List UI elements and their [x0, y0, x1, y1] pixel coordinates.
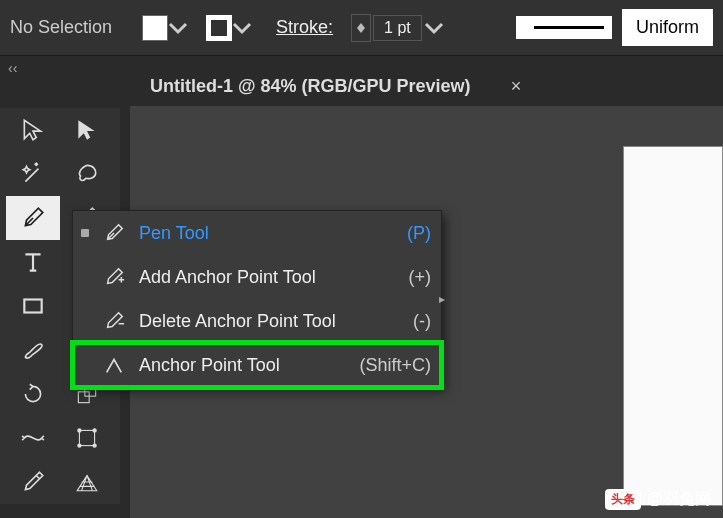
flyout-item-delete-anchor[interactable]: Delete Anchor Point Tool (-) — [73, 299, 441, 343]
chevron-down-icon[interactable] — [424, 14, 444, 42]
watermark: 头条 @羽兔网 — [605, 489, 711, 510]
stroke-swatch-box — [206, 15, 232, 41]
flyout-label: Add Anchor Point Tool — [139, 267, 397, 288]
selection-tool[interactable] — [6, 108, 60, 152]
fill-swatch-box — [142, 15, 168, 41]
stroke-label[interactable]: Stroke: — [276, 17, 333, 38]
svg-rect-5 — [79, 430, 94, 445]
rotate-tool[interactable] — [6, 372, 60, 416]
stroke-width-value[interactable]: 1 pt — [373, 15, 422, 41]
anchor-convert-icon — [101, 354, 127, 376]
perspective-grid-tool[interactable] — [60, 460, 114, 504]
flyout-label: Delete Anchor Point Tool — [139, 311, 401, 332]
eyedropper-tool[interactable] — [6, 460, 60, 504]
stroke-color-picker[interactable] — [206, 14, 252, 42]
stroke-profile-preview[interactable] — [516, 16, 612, 39]
flyout-tearoff-icon[interactable]: ▸ — [439, 292, 445, 306]
artboard[interactable] — [623, 146, 723, 506]
stroke-width-spinner[interactable] — [351, 14, 371, 42]
chevron-down-icon[interactable] — [168, 14, 188, 42]
collapse-panel-icon[interactable]: ‹‹ — [4, 56, 21, 80]
chevron-down-icon[interactable] — [232, 14, 252, 42]
selection-status: No Selection — [10, 17, 112, 38]
stroke-profile-label[interactable]: Uniform — [622, 9, 713, 46]
watermark-text: @羽兔网 — [647, 489, 711, 510]
width-tool[interactable] — [6, 416, 60, 460]
svg-rect-3 — [78, 392, 89, 403]
fill-color-picker[interactable] — [142, 14, 188, 42]
rectangle-tool[interactable] — [6, 284, 60, 328]
lasso-tool[interactable] — [60, 152, 114, 196]
pen-tool[interactable] — [6, 196, 60, 240]
svg-point-6 — [77, 428, 81, 432]
free-transform-tool[interactable] — [60, 416, 114, 460]
selected-dot-icon — [81, 229, 89, 237]
flyout-item-add-anchor[interactable]: Add Anchor Point Tool (+) — [73, 255, 441, 299]
pen-tool-flyout: Pen Tool (P) Add Anchor Point Tool (+) D… — [72, 210, 442, 388]
pen-plus-icon — [101, 266, 127, 288]
close-tab-icon[interactable]: × — [511, 76, 522, 97]
flyout-shortcut: (+) — [409, 267, 432, 288]
pen-icon — [101, 222, 127, 244]
svg-point-9 — [92, 443, 96, 447]
flyout-item-pen[interactable]: Pen Tool (P) — [73, 211, 441, 255]
flyout-shortcut: (P) — [407, 223, 431, 244]
pen-minus-icon — [101, 310, 127, 332]
flyout-shortcut: (-) — [413, 311, 431, 332]
svg-point-7 — [92, 428, 96, 432]
flyout-label: Anchor Point Tool — [139, 355, 347, 376]
flyout-shortcut: (Shift+C) — [359, 355, 431, 376]
direct-selection-tool[interactable] — [60, 108, 114, 152]
type-tool[interactable] — [6, 240, 60, 284]
paintbrush-tool[interactable] — [6, 328, 60, 372]
magic-wand-tool[interactable] — [6, 152, 60, 196]
svg-rect-0 — [24, 300, 41, 313]
document-tab[interactable]: Untitled-1 @ 84% (RGB/GPU Preview) — [130, 66, 491, 107]
watermark-badge: 头条 — [605, 489, 641, 510]
svg-point-8 — [77, 443, 81, 447]
flyout-item-anchor-convert[interactable]: Anchor Point Tool (Shift+C) — [73, 343, 441, 387]
flyout-label: Pen Tool — [139, 223, 395, 244]
